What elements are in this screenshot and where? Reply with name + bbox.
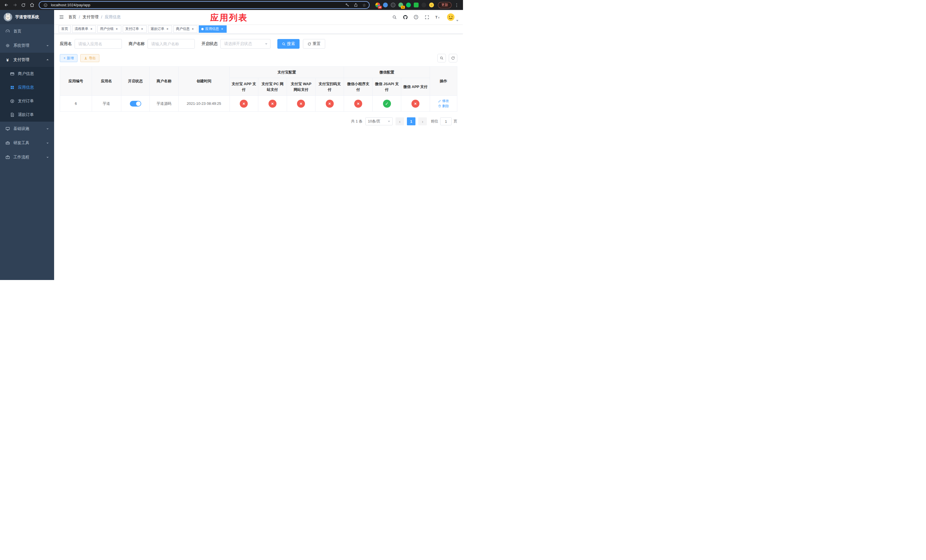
tab-close-icon[interactable]: × [191, 27, 195, 31]
goto-label: 前往 [431, 119, 438, 124]
profile-avatar-icon[interactable] [429, 3, 434, 8]
fullscreen-icon[interactable] [424, 14, 430, 20]
key-icon[interactable] [344, 2, 350, 8]
tab-close-icon[interactable]: × [220, 27, 224, 31]
next-page-button[interactable]: › [418, 117, 427, 125]
refresh-icon [451, 56, 455, 60]
star-icon[interactable]: ☆ [361, 2, 367, 8]
sidebar-toggle-button[interactable] [59, 14, 64, 20]
sidebar-item-workflow[interactable]: 工作流程 [0, 150, 54, 164]
refresh-table-button[interactable] [449, 54, 457, 62]
sidebar-item-system[interactable]: 系统管理 [0, 38, 54, 53]
tab-label: 流程表单 [75, 26, 88, 31]
tab-refund-orders[interactable]: 退款订单 × [148, 25, 172, 33]
delete-link[interactable]: 删除 [438, 104, 449, 109]
breadcrumb-home[interactable]: 首页 [68, 15, 76, 20]
tab-user-group[interactable]: 用户分组 × [97, 25, 121, 33]
sidebar-item-payment[interactable]: ¥ 支付管理 [0, 53, 54, 67]
gear-icon [5, 43, 10, 48]
browser-menu-button[interactable]: ⋮ [453, 1, 461, 9]
extension-icon-2[interactable] [383, 3, 388, 8]
app-logo-row[interactable]: 芋道管理系统 [0, 10, 54, 24]
url-bar[interactable]: localhost:1024/pay/app ☆ [39, 1, 369, 9]
app-table: 应用编号 应用名 开启状态 商户名称 创建时间 支付宝配置 微信配置 操作 支付… [60, 67, 457, 112]
svg-text:?: ? [415, 16, 416, 18]
tab-process-form[interactable]: 流程表单 × [72, 25, 96, 33]
search-icon [282, 42, 286, 46]
extensions-area: 10 1 [372, 3, 437, 8]
search-icon[interactable] [391, 14, 398, 20]
info-icon[interactable] [42, 2, 49, 8]
merchant-name-input[interactable] [147, 39, 195, 49]
alipay-pc-status-icon: × [268, 100, 277, 107]
chevron-down-icon [46, 44, 49, 47]
breadcrumb-separator: / [79, 15, 80, 20]
github-icon[interactable] [402, 14, 409, 20]
tab-payment-orders[interactable]: 支付订单 × [123, 25, 147, 33]
page-size-select[interactable]: 10条/页 [365, 117, 393, 125]
wx-lite-status-icon: × [354, 100, 362, 107]
edit-link[interactable]: 修改 [438, 98, 449, 103]
page-number-1[interactable]: 1 [407, 117, 415, 125]
svg-text:T: T [436, 15, 438, 19]
wx-jsapi-status-icon: ✓ [383, 100, 391, 107]
tab-label: 支付订单 [125, 26, 139, 31]
help-icon[interactable]: ? [413, 14, 419, 20]
back-button[interactable] [2, 1, 10, 9]
reset-button[interactable]: 重置 [303, 39, 325, 49]
sidebar-subitem-label: 退款订单 [18, 112, 34, 117]
user-menu[interactable] [446, 13, 458, 21]
status-select[interactable]: 请选择开启状态 [220, 39, 271, 49]
tags-view: 首页 流程表单 × 用户分组 × 支付订单 × 退款订单 × [54, 24, 463, 34]
update-button[interactable]: 更新 [438, 2, 452, 8]
extension-icon-7[interactable] [421, 3, 426, 8]
add-button[interactable]: + 新增 [60, 54, 77, 62]
forward-button[interactable] [11, 1, 19, 9]
enable-switch[interactable] [130, 101, 141, 106]
avatar[interactable] [446, 13, 455, 21]
credit-card-icon [10, 71, 15, 76]
goto-input[interactable] [440, 117, 452, 125]
col-header-alipay-app: 支付宝 APP 支付 [230, 78, 258, 96]
extension-icon-3[interactable] [391, 3, 395, 8]
extension-icon-6[interactable] [414, 3, 419, 8]
sidebar-item-devtools[interactable]: 研发工具 [0, 136, 54, 150]
export-button[interactable]: 导出 [80, 54, 99, 62]
col-header-app-name: 应用名 [92, 67, 121, 96]
col-header-alipay-wap: 支付宝 WAP 网站支付 [287, 78, 315, 96]
cell-status [121, 96, 150, 112]
avatar-dropdown-caret-icon[interactable] [456, 20, 458, 21]
tab-merchant-info[interactable]: 商户信息 × [173, 25, 197, 33]
extension-icon-4[interactable]: 1 [398, 3, 403, 8]
hide-search-button[interactable] [437, 54, 446, 62]
table-row: 6 芋道 芋道源码 2021-10-23 08:49:25 × × × × × … [60, 96, 457, 112]
font-size-icon[interactable]: TT [434, 14, 441, 20]
tab-app-info[interactable]: 应用信息 × [199, 25, 227, 33]
tab-close-icon[interactable]: × [115, 27, 119, 31]
sidebar-subitem-payment-orders[interactable]: 支付订单 [0, 94, 54, 108]
sidebar-subitem-refund-orders[interactable]: 退款订单 [0, 108, 54, 122]
breadcrumb-section[interactable]: 支付管理 [83, 15, 98, 20]
share-icon[interactable] [353, 2, 359, 8]
home-button[interactable] [28, 1, 36, 9]
sidebar-subitem-app-info[interactable]: 应用信息 [0, 80, 54, 94]
sidebar-item-infrastructure[interactable]: 基础设施 [0, 122, 54, 136]
breadcrumb-current: 应用信息 [105, 15, 121, 20]
reload-button[interactable] [20, 1, 27, 9]
app-name-input[interactable] [75, 39, 122, 49]
tab-close-icon[interactable]: × [89, 27, 94, 31]
sidebar-item-label: 首页 [14, 29, 21, 34]
sidebar-item-home[interactable]: 首页 [0, 24, 54, 38]
app-name-label: 应用名 [60, 41, 72, 47]
sidebar-subitem-merchant-info[interactable]: 商户信息 [0, 67, 54, 80]
extension-icon-1[interactable]: 10 [375, 3, 380, 8]
tab-home[interactable]: 首页 [59, 25, 71, 33]
extension-icon-5[interactable] [406, 3, 411, 8]
tab-close-icon[interactable]: × [140, 27, 144, 31]
cell-merchant: 芋道源码 [150, 96, 178, 112]
prev-page-button[interactable]: ‹ [395, 117, 404, 125]
tab-label: 商户信息 [176, 26, 190, 31]
search-button[interactable]: 搜索 [277, 39, 300, 49]
tab-close-icon[interactable]: × [165, 27, 169, 31]
url-text[interactable]: localhost:1024/pay/app [51, 3, 342, 7]
